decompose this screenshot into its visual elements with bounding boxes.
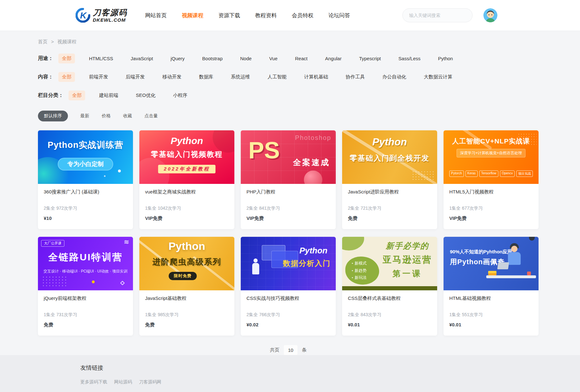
- sort-default[interactable]: 默认排序: [38, 111, 68, 121]
- thumb-headline: 全链路UI特训营: [38, 251, 133, 264]
- pagination-count: 10: [284, 345, 297, 355]
- filter-row-category: 栏目分类： 全部 建站前端 SEO优化 小程序: [38, 90, 539, 100]
- decor-books: [488, 271, 496, 275]
- filter-option-angular[interactable]: Angular: [321, 54, 345, 63]
- footer-link-site-source[interactable]: 网站源码: [114, 379, 132, 385]
- course-price: ¥0.01: [348, 322, 431, 327]
- course-stats: 1集全 731次学习: [44, 312, 127, 318]
- footer-title: 友情链接: [80, 364, 580, 372]
- site-footer: 友情链接 更多源码下载 网站源码 刀客源码网: [0, 355, 580, 392]
- filter-option-mobile[interactable]: 移动开发: [159, 72, 185, 82]
- course-card[interactable]: Python 数据分析入门 CSS实战与技巧视频教程 2集全 766次学习 ¥0…: [241, 237, 336, 336]
- filter-option-frontend[interactable]: 前端开发: [85, 72, 112, 82]
- sort-newest[interactable]: 最新: [80, 113, 89, 119]
- filter-option-all[interactable]: 全部: [58, 72, 75, 82]
- filter-option-miniprogram[interactable]: 小程序: [170, 91, 191, 100]
- filter-option-bigdata-cloud[interactable]: 大数据云计算: [420, 72, 456, 82]
- filter-label-content: 内容：: [38, 74, 53, 80]
- filter-option-python[interactable]: Python: [435, 54, 457, 63]
- thumb-corner-badge: 大厂公开课: [41, 240, 64, 247]
- search-input[interactable]: [409, 13, 466, 18]
- course-card[interactable]: Python 进阶爬虫高级系列 限时免费 JavaScript基础教程 1集全 …: [139, 237, 234, 336]
- user-avatar[interactable]: [483, 8, 497, 22]
- course-thumbnail: Python 零基础入门到全栈开发: [342, 130, 437, 184]
- svg-text:K: K: [80, 11, 87, 20]
- filter-row-usage: 用途： 全部 HTML/CSS JavaScript jQuery Bootst…: [38, 53, 539, 63]
- decor-cup: [527, 272, 531, 275]
- footer-link-more-source[interactable]: 更多源码下载: [80, 379, 107, 385]
- sort-price[interactable]: 价格: [102, 113, 111, 119]
- nav-item-tutorials[interactable]: 教程资料: [255, 12, 277, 19]
- nav-item-video-courses[interactable]: 视频课程: [182, 12, 203, 19]
- decor-dot: [92, 280, 95, 283]
- filter-option-site-frontend[interactable]: 建站前端: [96, 91, 122, 100]
- course-price: 免费: [348, 215, 431, 221]
- filter-option-backend[interactable]: 后端开发: [122, 72, 148, 82]
- filter-option-htmlcss[interactable]: HTML/CSS: [85, 54, 117, 63]
- main-nav: 网站首页 视频课程 资源下载 教程资料 会员特权 论坛问答: [145, 12, 350, 19]
- thumb-subtitle: 深度学习+计算机视觉+自然语言处理: [457, 149, 525, 157]
- filter-option-office-automation[interactable]: 办公自动化: [379, 72, 410, 82]
- filter-option-ai[interactable]: 人工智能: [264, 72, 290, 82]
- filter-option-node[interactable]: Node: [237, 54, 255, 63]
- filter-option-bootstrap[interactable]: Bootstrap: [199, 54, 226, 63]
- decor-person: [252, 263, 259, 274]
- thumb-headline: Python实战训练营: [38, 139, 133, 151]
- thumb-brand: Python: [342, 136, 437, 148]
- footer-link-dkewl[interactable]: 刀客源码网: [139, 379, 161, 385]
- course-price: VIP免费: [145, 215, 229, 221]
- filter-option-ops[interactable]: 系统运维: [227, 72, 253, 82]
- nav-item-home[interactable]: 网站首页: [145, 12, 167, 19]
- breadcrumb-current: 视频课程: [57, 39, 77, 44]
- course-stats: 1集全 677次学习: [449, 206, 533, 211]
- course-title: 360搜索推广入门 (基础课): [44, 189, 127, 195]
- thumb-brand: Python: [139, 240, 234, 252]
- thumb-bullet: 新趋势: [352, 267, 379, 274]
- filter-option-sassless[interactable]: Sass/Less: [395, 54, 424, 63]
- sort-favorites[interactable]: 收藏: [123, 113, 132, 119]
- filter-option-vue[interactable]: Vue: [266, 54, 281, 63]
- filter-option-javascript[interactable]: JavaScript: [127, 54, 157, 63]
- course-card[interactable]: Photoshop PS 全案速成 PHP入门教程 2集全 841次学习 VIP…: [241, 130, 336, 229]
- decor-blob: [342, 237, 364, 250]
- filter-option-typescript[interactable]: Typescript: [356, 54, 384, 63]
- course-thumbnail: 90%人不知道的Pyhthon应用 用Python画佩奇: [444, 237, 539, 290]
- thumb-headline: 亚马逊运营: [383, 254, 432, 266]
- filter-option-react[interactable]: React: [291, 54, 311, 63]
- filter-option-seo[interactable]: SEO优化: [132, 91, 159, 100]
- thumb-tag: Opencv: [500, 171, 515, 177]
- sort-bar: 默认排序 最新 价格 收藏 点击量: [38, 111, 539, 121]
- thumb-brand: Python: [299, 246, 327, 256]
- course-price: VIP免费: [246, 215, 330, 221]
- filter-option-cs-basics[interactable]: 计算机基础: [301, 72, 332, 82]
- course-thumbnail: Python 零基础入门视频教程 2022年全新教程: [139, 130, 234, 184]
- decor-ball: [304, 171, 322, 184]
- course-card[interactable]: Python实战训练营 专为小白定制 360搜索推广入门 (基础课) 2集全 9…: [38, 130, 133, 229]
- nav-item-membership[interactable]: 会员特权: [292, 12, 313, 19]
- sort-clicks[interactable]: 点击量: [144, 113, 158, 119]
- filter-option-collab-tools[interactable]: 协作工具: [342, 72, 368, 82]
- filter-option-all[interactable]: 全部: [58, 54, 75, 63]
- filter-option-database[interactable]: 数据库: [195, 72, 217, 82]
- nav-item-downloads[interactable]: 资源下载: [218, 12, 240, 19]
- course-stats: 1集全 1042次学习: [145, 206, 229, 211]
- course-title: CSS实战与技巧视频教程: [246, 295, 330, 301]
- course-title: vue框架之商城实战教程: [145, 189, 229, 195]
- decor-laptop: [497, 262, 509, 269]
- course-card[interactable]: 90%人不知道的Pyhthon应用 用Python画佩奇 HTML基础视频教程 …: [444, 237, 539, 336]
- course-card[interactable]: 人工智能CV+NLP实战课 深度学习+计算机视觉+自然语言处理 Pytorch …: [444, 130, 539, 229]
- course-card[interactable]: Python 零基础入门视频教程 2022年全新教程 vue框架之商城实战教程 …: [139, 130, 234, 229]
- thumb-tag: 项目实战: [516, 171, 533, 177]
- footer-links: 更多源码下载 网站源码 刀客源码网: [80, 379, 580, 385]
- filter-option-all[interactable]: 全部: [69, 91, 85, 100]
- site-logo[interactable]: K 刀客源码 DKEWL.COM: [76, 8, 127, 23]
- decor-person: [511, 246, 518, 252]
- nav-item-forum[interactable]: 论坛问答: [328, 12, 350, 19]
- course-card[interactable]: Python 零基础入门到全栈开发 JavaScript进阶应用教程 2集全 7…: [342, 130, 437, 229]
- course-card[interactable]: 大厂公开课 ≋ 全链路UI特训营 交互设计 · 移动端UI · PC端UI · …: [38, 237, 133, 336]
- breadcrumb-home[interactable]: 首页: [38, 39, 48, 44]
- page: K 刀客源码 DKEWL.COM 网站首页 视频课程 资源下载 教程资料 会员特…: [0, 0, 580, 392]
- filter-option-jquery[interactable]: jQuery: [167, 54, 188, 63]
- course-card[interactable]: 新模式 新趋势 新玩法 新手必学的 亚马逊运营 第一课 CSS层叠样式表基础教程: [342, 237, 437, 336]
- thumb-bullet: 新模式: [352, 260, 379, 267]
